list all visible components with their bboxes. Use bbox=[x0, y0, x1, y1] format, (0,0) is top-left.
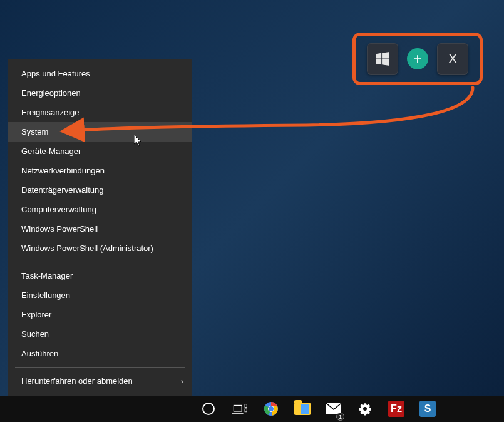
mail-badge: 1 bbox=[336, 413, 344, 421]
menu-item[interactable]: Computerverwaltung bbox=[8, 200, 192, 219]
menu-item-label: System bbox=[21, 127, 48, 136]
task-view-icon bbox=[232, 401, 247, 416]
menu-item-label: Datenträgerverwaltung bbox=[21, 185, 104, 195]
chevron-right-icon: › bbox=[181, 377, 183, 386]
menu-item[interactable]: Apps und Features bbox=[8, 64, 192, 83]
menu-item[interactable]: Netzwerkverbindungen bbox=[8, 161, 192, 180]
svg-point-7 bbox=[269, 406, 274, 411]
menu-separator bbox=[15, 262, 185, 262]
menu-item-label: Geräte-Manager bbox=[21, 147, 81, 156]
menu-item-label: Netzwerkverbindungen bbox=[21, 166, 105, 175]
menu-item-label: Herunterfahren oder abmelden bbox=[21, 376, 133, 386]
settings-app[interactable] bbox=[349, 396, 381, 422]
menu-item-label: Computerverwaltung bbox=[21, 205, 96, 214]
cortana-circle-icon bbox=[201, 401, 216, 416]
menu-item-label: Windows PowerShell (Administrator) bbox=[21, 244, 153, 253]
svg-rect-3 bbox=[245, 404, 247, 408]
menu-item[interactable]: Explorer bbox=[8, 305, 192, 324]
menu-item[interactable]: Ausführen bbox=[8, 344, 192, 363]
winx-context-menu: Apps und FeaturesEnergieoptionenEreignis… bbox=[8, 59, 192, 415]
menu-item[interactable]: Ereignisanzeige bbox=[8, 103, 192, 122]
menu-item[interactable]: Datenträgerverwaltung bbox=[8, 180, 192, 200]
menu-item[interactable]: Suchen bbox=[8, 324, 192, 344]
svg-rect-4 bbox=[245, 409, 247, 412]
menu-item-label: Ereignisanzeige bbox=[21, 108, 80, 117]
task-view-button[interactable] bbox=[224, 396, 255, 422]
menu-item[interactable]: Einstellungen bbox=[8, 286, 192, 305]
menu-item[interactable]: Energieoptionen bbox=[8, 83, 192, 103]
menu-item[interactable]: Geräte-Manager bbox=[8, 142, 192, 161]
windows-logo-icon bbox=[376, 52, 389, 66]
menu-item-label: Windows PowerShell bbox=[21, 224, 98, 234]
menu-item-label: Ausführen bbox=[21, 349, 58, 358]
menu-item-label: Einstellungen bbox=[21, 291, 70, 300]
filezilla-icon: Fz bbox=[388, 401, 404, 417]
file-explorer-app[interactable] bbox=[287, 396, 318, 422]
plus-icon: + bbox=[407, 48, 428, 69]
menu-item-label: Explorer bbox=[21, 310, 51, 319]
svg-point-9 bbox=[363, 407, 367, 411]
svg-rect-1 bbox=[234, 405, 242, 411]
chrome-app[interactable] bbox=[255, 396, 287, 422]
snagit-icon: S bbox=[419, 401, 436, 417]
plus-label: + bbox=[413, 51, 422, 66]
menu-item-label: Apps und Features bbox=[21, 69, 90, 78]
snagit-app[interactable]: S bbox=[412, 396, 443, 422]
svg-point-0 bbox=[203, 403, 214, 414]
menu-item[interactable]: Herunterfahren oder abmelden› bbox=[8, 371, 192, 391]
taskbar-items: 1 Fz S bbox=[193, 396, 443, 422]
folder-icon bbox=[294, 403, 311, 415]
menu-item[interactable]: Task-Manager bbox=[8, 266, 192, 286]
menu-item[interactable]: System bbox=[8, 122, 192, 142]
menu-item-label: Task-Manager bbox=[21, 271, 73, 280]
menu-separator bbox=[15, 367, 185, 368]
menu-item-label: Suchen bbox=[21, 329, 49, 339]
filezilla-app[interactable]: Fz bbox=[381, 396, 412, 422]
x-key: X bbox=[437, 43, 468, 75]
menu-item-label: Energieoptionen bbox=[21, 88, 81, 98]
gear-icon bbox=[357, 401, 373, 416]
windows-key bbox=[367, 43, 398, 75]
taskbar: 1 Fz S bbox=[0, 396, 504, 422]
keyboard-shortcut-callout: + X bbox=[352, 33, 483, 85]
mail-app[interactable]: 1 bbox=[318, 396, 349, 422]
menu-item[interactable]: Windows PowerShell bbox=[8, 219, 192, 239]
menu-item[interactable]: Windows PowerShell (Administrator) bbox=[8, 239, 192, 258]
chrome-icon bbox=[264, 401, 279, 416]
cortana-search-button[interactable] bbox=[193, 396, 224, 422]
x-key-label: X bbox=[448, 51, 458, 67]
